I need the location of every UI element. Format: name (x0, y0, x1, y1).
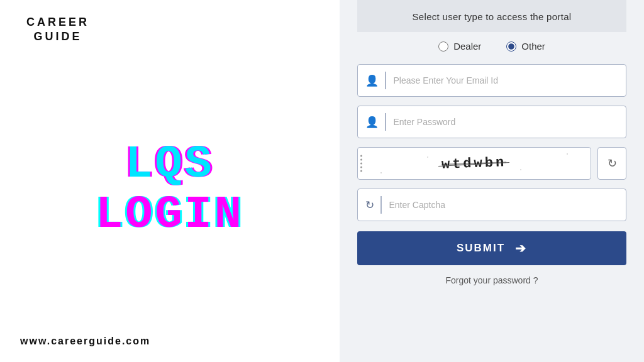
brand-line1: CAREER (26, 16, 89, 28)
captcha-input-group: ↻ (357, 189, 626, 221)
captcha-image-row: wtdwbn ↻ (357, 147, 626, 180)
refresh-icon: ↻ (365, 199, 374, 212)
forgot-password-link[interactable]: Forgot your password ? (445, 275, 538, 285)
captcha-display: wtdwbn (441, 155, 507, 173)
dealer-option[interactable]: Dealer (438, 41, 481, 52)
user-type-selector: Dealer Other (438, 41, 545, 52)
captcha-refresh-button[interactable]: ↻ (597, 147, 626, 180)
brand-line2: GUIDE (33, 30, 82, 43)
login-title: LOGIN (96, 192, 244, 238)
lqs-title: LQS (125, 142, 214, 187)
dealer-radio[interactable] (438, 41, 448, 52)
other-label: Other (521, 41, 545, 52)
email-input[interactable] (394, 75, 619, 85)
left-panel: CAREER GUIDE LQS LOGIN www.careerguide.c… (0, 0, 340, 362)
dealer-label: Dealer (453, 41, 481, 52)
brand-logo: CAREER GUIDE (20, 15, 96, 45)
website-url: www.careerguide.com (20, 336, 319, 347)
password-user-icon: 👤 (365, 116, 379, 129)
submit-button[interactable]: SUBMIT ➔ (357, 231, 626, 265)
captcha-input[interactable] (389, 200, 619, 210)
right-panel: Select user type to access the portal De… (340, 0, 644, 362)
email-input-group: 👤 (357, 64, 626, 97)
password-input-group: 👤 (357, 106, 626, 138)
other-option[interactable]: Other (506, 41, 545, 52)
submit-icon: ➔ (515, 241, 527, 256)
input-divider-3 (380, 196, 382, 214)
other-radio[interactable] (506, 41, 516, 52)
portal-header: Select user type to access the portal (357, 0, 626, 32)
captcha-dots (360, 155, 362, 172)
user-icon: 👤 (365, 74, 379, 87)
captcha-image-box: wtdwbn (357, 147, 591, 180)
hero-section: LQS LOGIN (20, 45, 319, 336)
password-input[interactable] (394, 117, 619, 127)
submit-label: SUBMIT (457, 242, 505, 255)
input-divider (385, 72, 386, 89)
input-divider-2 (385, 113, 386, 131)
